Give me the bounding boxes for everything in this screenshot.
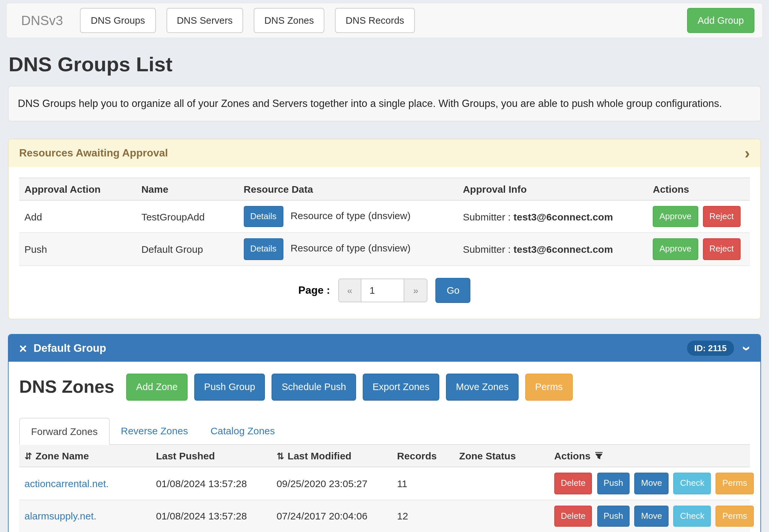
submitter-email: test3@6connect.com [514, 244, 613, 255]
app-brand: DNSv3 [21, 13, 63, 28]
zone-link[interactable]: actioncarrental.net. [24, 478, 109, 489]
check-button[interactable]: Check [674, 473, 711, 494]
tab-forward-zones[interactable]: Forward Zones [19, 418, 110, 445]
top-toolbar: DNSv3 DNS Groups DNS Servers DNS Zones D… [6, 3, 763, 38]
move-button[interactable]: Move [635, 473, 669, 494]
col-zone-actions: Actions [549, 445, 750, 467]
nav-dns-zones[interactable]: DNS Zones [254, 8, 324, 33]
resource-text: Resource of type (dnsview) [290, 243, 411, 254]
page-input[interactable] [362, 279, 404, 302]
page: DNSv3 DNS Groups DNS Servers DNS Zones D… [0, 3, 769, 532]
move-button[interactable]: Move [635, 505, 669, 527]
details-button[interactable]: Details [244, 206, 284, 227]
approval-actions-cell: Approve Reject [648, 233, 750, 266]
content-area: DNS Groups List DNS Groups help you to o… [8, 53, 761, 532]
nav-dns-groups[interactable]: DNS Groups [80, 8, 155, 33]
reject-button[interactable]: Reject [703, 239, 740, 260]
group-panel-body: DNS Zones Add Zone Push Group Schedule P… [9, 362, 760, 532]
go-button[interactable]: Go [435, 278, 471, 303]
submitter-email: test3@6connect.com [514, 211, 613, 222]
tab-catalog-zones[interactable]: Catalog Zones [199, 418, 286, 444]
col-records: Records [392, 445, 454, 467]
dns-zones-heading: DNS Zones [19, 377, 114, 398]
submitter-label: Submitter : [463, 244, 511, 255]
delete-button[interactable]: Delete [554, 473, 592, 494]
approval-panel-header[interactable]: Resources Awaiting Approval › [9, 139, 760, 167]
check-button[interactable]: Check [674, 505, 711, 527]
schedule-push-button[interactable]: Schedule Push [272, 374, 356, 401]
approve-button[interactable]: Approve [653, 206, 698, 227]
approval-info-cell: Submitter : test3@6connect.com [457, 200, 648, 233]
approval-row: Add TestGroupAdd Details Resource of typ… [19, 200, 750, 233]
close-icon[interactable]: × [19, 343, 27, 354]
approval-name-cell: Default Group [136, 233, 239, 266]
nav-dns-servers[interactable]: DNS Servers [166, 8, 243, 33]
col-actions: Actions [648, 178, 750, 200]
description-box: DNS Groups help you to organize all of y… [8, 86, 761, 121]
group-panel-header[interactable]: × Default Group ID: 2115 › [9, 335, 760, 362]
delete-button[interactable]: Delete [554, 505, 592, 527]
zones-header-row: ⇵Zone Name Last Pushed ⇅Last Modified Re… [19, 445, 750, 467]
filter-icon[interactable] [595, 451, 603, 460]
zone-row: actioncarrental.net. 01/08/2024 13:57:28… [19, 467, 750, 500]
col-approval-action: Approval Action [19, 178, 136, 200]
sort-icon[interactable]: ⇅ [277, 451, 284, 461]
export-zones-button[interactable]: Export Zones [363, 374, 440, 401]
approval-panel: Resources Awaiting Approval › Approval A… [8, 139, 761, 320]
pagination: Page : « » Go [19, 278, 750, 303]
approval-panel-title: Resources Awaiting Approval [19, 147, 168, 159]
zone-name-cell: actioncarrental.net. [19, 467, 150, 500]
approval-row: Push Default Group Details Resource of t… [19, 233, 750, 266]
details-button[interactable]: Details [244, 239, 284, 260]
col-last-modified[interactable]: ⇅Last Modified [271, 445, 392, 467]
add-group-button[interactable]: Add Group [687, 8, 754, 33]
zones-table: ⇵Zone Name Last Pushed ⇅Last Modified Re… [19, 445, 750, 532]
col-approval-info: Approval Info [457, 178, 648, 200]
approval-table: Approval Action Name Resource Data Appro… [19, 178, 750, 266]
perms-row-button[interactable]: Perms [716, 473, 754, 494]
perms-row-button[interactable]: Perms [716, 505, 754, 527]
col-last-modified-label: Last Modified [288, 450, 351, 461]
tab-reverse-zones[interactable]: Reverse Zones [110, 418, 199, 444]
approve-button[interactable]: Approve [653, 239, 698, 260]
zone-link[interactable]: alarmsupply.net. [24, 510, 96, 521]
next-page-button[interactable]: » [404, 279, 428, 302]
col-zone-name[interactable]: ⇵Zone Name [19, 445, 150, 467]
col-zone-status: Zone Status [454, 445, 549, 467]
resource-text: Resource of type (dnsview) [290, 210, 411, 221]
push-button[interactable]: Push [597, 505, 630, 527]
zone-status-cell [454, 467, 549, 500]
move-zones-button[interactable]: Move Zones [446, 374, 518, 401]
chevron-right-icon[interactable]: › [745, 149, 750, 158]
nav-dns-records[interactable]: DNS Records [335, 8, 415, 33]
approval-actions-cell: Approve Reject [648, 200, 750, 233]
col-zone-actions-label: Actions [554, 450, 591, 461]
zone-actions-cell: Delete Push Move Check Perms [549, 500, 750, 532]
prev-page-button[interactable]: « [338, 279, 362, 302]
push-group-button[interactable]: Push Group [194, 374, 265, 401]
col-last-pushed: Last Pushed [150, 445, 271, 467]
add-zone-button[interactable]: Add Zone [126, 374, 187, 401]
zone-tabs: Forward Zones Reverse Zones Catalog Zone… [19, 418, 750, 445]
approval-action-cell: Push [19, 233, 136, 266]
group-id-badge: ID: 2115 [687, 341, 734, 356]
dns-zones-toolbar: DNS Zones Add Zone Push Group Schedule P… [19, 374, 750, 401]
page-label: Page : [298, 284, 330, 296]
records-cell: 12 [392, 500, 454, 532]
last-modified-cell: 09/25/2020 23:05:27 [271, 467, 392, 500]
chevron-down-icon[interactable]: › [743, 346, 752, 351]
col-zone-name-label: Zone Name [35, 450, 89, 461]
reject-button[interactable]: Reject [703, 206, 740, 227]
col-resource-data: Resource Data [239, 178, 458, 200]
zone-name-cell: alarmsupply.net. [19, 500, 150, 532]
page-title: DNS Groups List [9, 53, 761, 77]
perms-button[interactable]: Perms [525, 374, 573, 401]
push-button[interactable]: Push [597, 473, 630, 494]
zone-actions-cell: Delete Push Move Check Perms [549, 467, 750, 500]
approval-panel-body: Approval Action Name Resource Data Appro… [9, 167, 760, 319]
records-cell: 11 [392, 467, 454, 500]
sort-alpha-icon[interactable]: ⇵ [24, 451, 32, 461]
resource-data-cell: Details Resource of type (dnsview) [239, 233, 458, 266]
col-name: Name [136, 178, 239, 200]
default-group-panel: × Default Group ID: 2115 › DNS Zones Add… [8, 334, 761, 532]
